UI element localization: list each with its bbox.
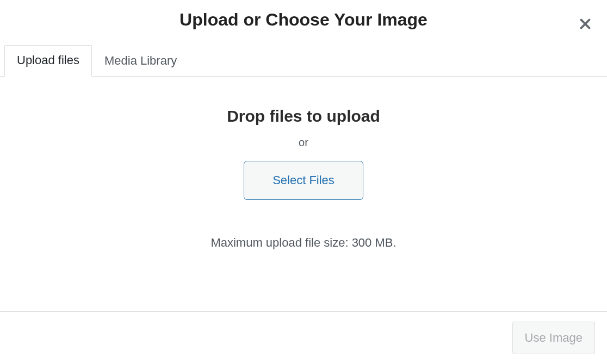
modal-title: Upload or Choose Your Image [0, 10, 607, 30]
upload-content: Drop files to upload or Select Files Max… [0, 77, 607, 311]
close-button[interactable] [575, 14, 595, 34]
tab-media-library[interactable]: Media Library [92, 45, 189, 77]
tab-upload-files[interactable]: Upload files [4, 45, 92, 77]
upload-image-modal: Upload or Choose Your Image Upload files… [0, 0, 607, 364]
drop-files-heading: Drop files to upload [227, 107, 380, 125]
select-files-button[interactable]: Select Files [244, 161, 363, 200]
tab-bar: Upload files Media Library [0, 45, 607, 77]
or-text: or [299, 136, 308, 149]
max-upload-size-text: Maximum upload file size: 300 MB. [210, 236, 396, 250]
modal-footer: Use Image [0, 311, 607, 364]
close-icon [578, 17, 592, 31]
modal-header: Upload or Choose Your Image [0, 0, 607, 45]
use-image-button[interactable]: Use Image [512, 322, 595, 354]
